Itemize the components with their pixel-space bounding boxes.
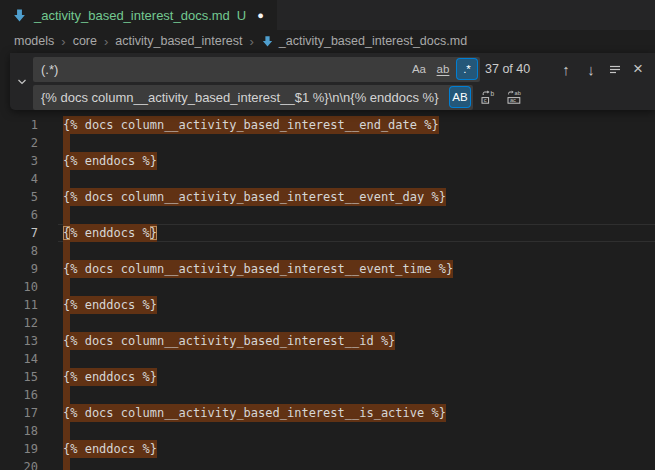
chevron-down-icon [16,76,28,88]
code-line[interactable]: 18 [0,422,655,440]
line-number[interactable]: 8 [0,242,38,260]
line-number[interactable]: 3 [0,152,38,170]
code-line[interactable]: 6 [0,206,655,224]
regex-toggle[interactable]: .* [457,59,477,79]
code-line[interactable]: 15{% enddocs %} [0,368,655,386]
line-content[interactable]: {% enddocs %} [58,224,655,242]
code-line[interactable]: 5{% docs column__activity_based_interest… [0,188,655,206]
code-line[interactable]: 9{% docs column__activity_based_interest… [0,260,655,278]
line-number[interactable]: 9 [0,260,38,278]
code-line[interactable]: 12 [0,314,655,332]
code-line[interactable]: 17{% docs column__activity_based_interes… [0,404,655,422]
editor-tab[interactable]: _activity_based_interest_docs.md U ● [0,0,277,30]
line-content[interactable] [58,314,655,332]
find-in-selection-button[interactable] [604,58,626,80]
line-content[interactable]: {% docs column__activity_based_interest_… [58,332,655,350]
code-line[interactable]: 10 [0,278,655,296]
line-content[interactable] [58,170,655,188]
line-content[interactable] [58,242,655,260]
line-number[interactable]: 1 [0,116,38,134]
code-line[interactable]: 11{% enddocs %} [0,296,655,314]
code-line[interactable]: 14 [0,350,655,368]
svg-text:c: c [484,97,487,103]
close-icon[interactable]: × [627,58,649,80]
line-content[interactable] [58,278,655,296]
line-content[interactable] [58,458,655,470]
find-match-highlight: {% docs column__activity_based_interest_… [63,332,395,350]
git-status-badge: U [237,8,246,23]
line-content[interactable] [58,422,655,440]
line-number[interactable]: 17 [0,404,38,422]
line-number[interactable]: 2 [0,134,38,152]
find-input[interactable]: (.*) Aa ab .* [33,57,480,82]
breadcrumb-file-name: _activity_based_interest_docs.md [279,34,467,48]
line-number[interactable]: 12 [0,314,38,332]
line-content[interactable]: {% docs column__activity_based_interest_… [58,260,655,278]
line-content[interactable]: {% docs column__activity_based_interest_… [58,116,655,134]
next-match-button[interactable]: ↓ [580,58,602,80]
find-row: (.*) Aa ab .* 37 of 40 ↑ ↓ [33,57,655,82]
find-match-highlight: {% enddocs %} [63,368,157,386]
line-number[interactable]: 20 [0,458,38,470]
previous-match-button[interactable]: ↑ [555,58,577,80]
breadcrumb-item-models[interactable]: models [14,34,54,48]
code-line[interactable]: 2 [0,134,655,152]
line-content[interactable]: {% docs column__activity_based_interest_… [58,188,655,206]
match-case-toggle[interactable]: Aa [409,59,429,79]
replace-row: {% docs column__activity_based_interest_… [33,85,655,110]
replace-input[interactable]: {% docs column__activity_based_interest_… [33,85,473,110]
line-content[interactable] [58,350,655,368]
line-number[interactable]: 16 [0,386,38,404]
code-line[interactable]: 1{% docs column__activity_based_interest… [0,116,655,134]
line-content[interactable] [58,134,655,152]
code-line[interactable]: 13{% docs column__activity_based_interes… [0,332,655,350]
modified-indicator-dot[interactable]: ● [257,10,264,21]
code-line[interactable]: 19{% enddocs %} [0,440,655,458]
editor-pane[interactable]: (.*) Aa ab .* 37 of 40 ↑ ↓ [0,52,655,470]
line-content[interactable] [58,206,655,224]
replace-icon: b c [480,89,496,105]
find-options: Aa ab .* [409,59,477,79]
line-number[interactable]: 19 [0,440,38,458]
replace-all-button[interactable]: ab ac [503,86,525,108]
find-match-highlight: {% enddocs %} [63,152,157,170]
line-number[interactable]: 15 [0,368,38,386]
breadcrumb-item-file[interactable]: _activity_based_interest_docs.md [261,34,467,48]
find-match-highlight [63,386,70,404]
line-number[interactable]: 10 [0,278,38,296]
breadcrumb-item-core[interactable]: core [73,34,97,48]
whole-word-toggle[interactable]: ab [433,59,453,79]
find-match-highlight [63,278,70,296]
line-number[interactable]: 13 [0,332,38,350]
line-number[interactable]: 14 [0,350,38,368]
code-line[interactable]: 4 [0,170,655,188]
breadcrumb-separator: › [104,34,108,49]
line-content[interactable]: {% enddocs %} [58,440,655,458]
code-line[interactable]: 20 [0,458,655,470]
line-number[interactable]: 4 [0,170,38,188]
replace-button[interactable]: b c [477,86,499,108]
line-content[interactable]: {% enddocs %} [58,296,655,314]
markdown-file-icon [12,8,27,23]
line-content[interactable]: {% enddocs %} [58,368,655,386]
code-line[interactable]: 16 [0,386,655,404]
line-number[interactable]: 11 [0,296,38,314]
toggle-replace-chevron[interactable] [13,53,31,110]
code-line[interactable]: 7{% enddocs %} [0,224,655,242]
find-match-highlight [63,314,70,332]
find-match-highlight: {% docs column__activity_based_interest_… [63,404,446,422]
find-match-highlight: {% docs column__activity_based_interest_… [63,188,446,206]
line-number[interactable]: 6 [0,206,38,224]
code-line[interactable]: 3{% enddocs %} [0,152,655,170]
preserve-case-toggle[interactable]: AB [450,87,470,107]
line-content[interactable] [58,386,655,404]
line-number[interactable]: 5 [0,188,38,206]
markdown-file-icon [261,35,274,48]
code-line[interactable]: 8 [0,242,655,260]
line-content[interactable]: {% enddocs %} [58,152,655,170]
breadcrumb-item-activity-based-interest[interactable]: activity_based_interest [115,34,242,48]
line-content[interactable]: {% docs column__activity_based_interest_… [58,404,655,422]
breadcrumb-separator: › [249,34,253,49]
line-number[interactable]: 7 [0,224,38,242]
line-number[interactable]: 18 [0,422,38,440]
